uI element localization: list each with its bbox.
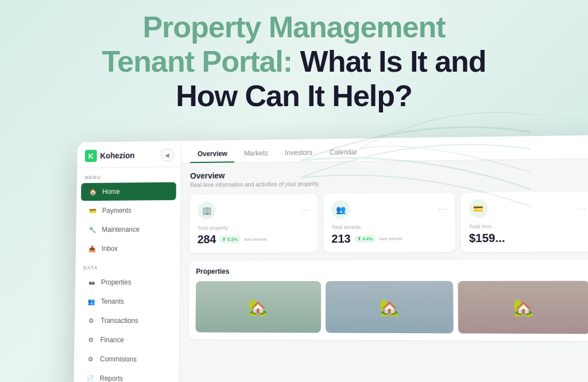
sidebar-item-reports[interactable]: 📄 Reports <box>78 369 175 382</box>
property-house-2: 🏡 <box>326 281 454 333</box>
income-stat-label: Total inco... <box>469 223 587 229</box>
finance-icon: ⚙ <box>87 336 96 345</box>
properties-icon: 🏘 <box>87 278 96 287</box>
income-stat-value: $159... <box>469 231 587 245</box>
sidebar-item-properties-label: Properties <box>101 278 131 286</box>
property-stat-value: 284 ⬆ 5.2% last month <box>198 232 310 246</box>
properties-section-title: Properties <box>196 267 588 275</box>
collapse-sidebar-button[interactable]: ◀ <box>161 149 173 161</box>
data-section-label: DATA <box>75 258 180 273</box>
property-stat-timeframe: last month <box>244 237 267 242</box>
maintenance-icon: 🔧 <box>88 225 96 235</box>
sidebar-item-home-label: Home <box>102 188 120 196</box>
headline-section: Property Management Tenant Portal: What … <box>0 10 588 113</box>
properties-section: Properties 🏡 🏡 🏡 <box>189 260 588 341</box>
sidebar-item-commissions[interactable]: ⚙ Commisions <box>78 350 175 369</box>
tenants-icon: 👥 <box>87 297 96 306</box>
sidebar-header: K Kohezion ◀ <box>77 141 181 169</box>
stat-card-property: 🏢 ··· Total property 284 ⬆ 5.2% last mon… <box>189 194 318 253</box>
sidebar-item-maintenance-label: Maintenance <box>102 225 140 233</box>
sidebar-item-home[interactable]: 🏠 Home <box>81 182 176 201</box>
sidebar-item-maintenance[interactable]: 🔧 Maintenance <box>80 220 176 239</box>
headline-line1: Property Management <box>142 10 445 44</box>
sidebar-item-payments[interactable]: 💳 Payments <box>80 201 176 220</box>
logo-area: K Kohezion <box>85 149 135 162</box>
stat-card-property-header: 🏢 ··· <box>198 201 310 220</box>
sidebar-item-payments-label: Payments <box>102 206 131 215</box>
logo-text: Kohezion <box>100 151 134 160</box>
commissions-icon: ⚙ <box>86 354 95 364</box>
property-house-1: 🏡 <box>195 281 320 333</box>
payments-icon: 💳 <box>88 206 97 216</box>
sidebar-item-properties[interactable]: 🏘 Properties <box>80 273 176 291</box>
sidebar: K Kohezion ◀ MENU 🏠 Home 💳 Payments 🔧 Ma… <box>74 141 181 382</box>
headline-line2-normal: Tenant Portal: <box>102 45 300 78</box>
sidebar-item-transactions[interactable]: ⚙ Transactions <box>79 311 175 330</box>
reports-icon: 📄 <box>86 374 95 382</box>
menu-section-label: MENU <box>77 167 181 182</box>
tab-markets[interactable]: Markets <box>237 145 275 162</box>
property-house-3: 🏡 <box>458 281 588 334</box>
home-icon: 🏠 <box>88 188 97 197</box>
headline-line2-bold: What Is It and <box>300 45 486 78</box>
tab-overview[interactable]: Overview <box>190 146 234 163</box>
property-stat-label: Total property <box>198 225 310 231</box>
sidebar-item-tenants[interactable]: 👥 Tenants <box>79 293 175 311</box>
property-stat-icon: 🏢 <box>198 201 215 220</box>
sidebar-item-reports-label: Reports <box>100 375 123 382</box>
transactions-icon: ⚙ <box>87 316 96 325</box>
sidebar-item-finance[interactable]: ⚙ Finance <box>79 331 175 349</box>
property-stat-badge: ⬆ 5.2% <box>219 236 241 243</box>
property-card-3[interactable]: 🏡 <box>458 281 588 334</box>
properties-grid: 🏡 🏡 🏡 <box>195 281 588 334</box>
tenants-stat-label: Total tenants <box>331 224 447 230</box>
inbox-icon: 📥 <box>88 244 96 254</box>
tenants-stat-value: 213 ⬆ 4.4% last month <box>331 232 447 245</box>
bg-decoration <box>301 103 531 218</box>
sidebar-item-inbox-label: Inbox <box>102 245 118 253</box>
sidebar-item-transactions-label: Transactions <box>100 317 138 325</box>
property-card-1[interactable]: 🏡 <box>195 281 320 333</box>
tenants-stat-badge: ⬆ 4.4% <box>354 235 376 243</box>
sidebar-item-tenants-label: Tenants <box>100 298 124 306</box>
headline-line3: How Can It Help? <box>176 79 412 112</box>
property-card-2[interactable]: 🏡 <box>326 281 454 333</box>
logo-icon: K <box>85 150 97 162</box>
income-stat-menu[interactable]: ··· <box>578 203 587 212</box>
sidebar-item-inbox[interactable]: 📥 Inbox <box>80 239 176 258</box>
sidebar-item-finance-label: Finance <box>100 336 124 344</box>
sidebar-item-commissions-label: Commisions <box>100 355 137 363</box>
tenants-stat-timeframe: last month <box>379 236 403 241</box>
